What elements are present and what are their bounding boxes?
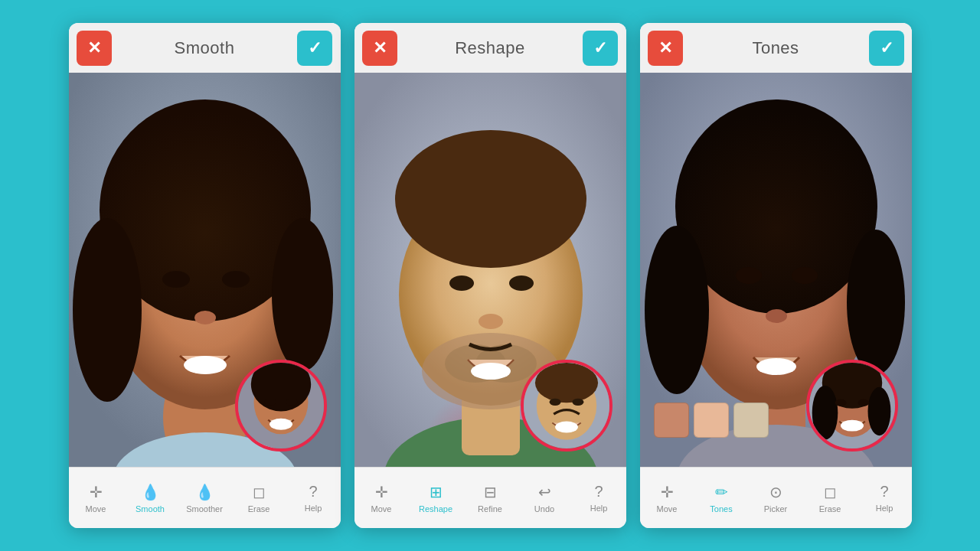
svg-point-30 [471,363,511,380]
smooth-icon: 💧 [141,483,160,501]
tones-icon: ✏ [715,483,728,501]
tool-help-label-3: Help [876,504,893,513]
smooth-panel-title: Smooth [175,38,235,58]
svg-point-17 [270,419,292,430]
reshape-toolbar: ✛ Move ⊞ Reshape ⊟ Refine ↩ Undo ? Help [354,467,626,528]
tones-thumbnail [806,360,898,452]
smooth-cancel-button[interactable]: ✕ [77,31,112,66]
svg-point-42 [847,230,905,375]
tool-help-3[interactable]: ? Help [863,483,906,513]
reshape-cancel-button[interactable]: ✕ [362,31,397,66]
tool-erase-3[interactable]: ◻ Erase [808,483,851,514]
swatch-medium[interactable] [694,403,729,438]
svg-point-28 [509,276,534,291]
tool-smoother-label: Smoother [186,504,223,514]
swatch-dark[interactable] [654,403,689,438]
svg-point-54 [858,399,869,406]
tool-move-3[interactable]: ✛ Move [645,483,688,514]
tool-tones-label: Tones [710,504,732,514]
tool-reshape[interactable]: ⊞ Reshape [414,483,457,514]
svg-point-23 [395,130,586,268]
svg-point-8 [222,271,250,288]
reshape-icon: ⊞ [430,483,443,501]
svg-point-44 [792,267,818,284]
tool-help-2[interactable]: ? Help [577,483,620,513]
svg-point-10 [184,356,227,374]
picker-icon: ⊙ [769,483,782,501]
tool-erase-label-3: Erase [819,504,841,514]
tone-swatches [654,403,769,438]
tool-undo-label: Undo [534,504,554,514]
tool-picker[interactable]: ⊙ Picker [754,483,797,514]
erase-icon-3: ◻ [824,483,837,501]
reshape-thumbnail [521,360,612,452]
tool-smooth[interactable]: 💧 Smooth [129,483,172,514]
svg-point-5 [73,218,142,402]
svg-point-33 [534,363,597,403]
help-icon-2: ? [594,483,603,500]
tool-move-label-2: Move [371,504,392,514]
svg-point-7 [162,271,190,288]
svg-point-35 [572,399,583,406]
tool-erase[interactable]: ◻ Erase [237,483,280,514]
smooth-thumbnail [235,360,327,452]
move-icon: ✛ [90,483,103,501]
svg-point-51 [812,386,838,440]
svg-point-27 [449,276,474,291]
tool-undo[interactable]: ↩ Undo [523,483,566,514]
svg-point-9 [194,311,216,324]
tones-cancel-button[interactable]: ✕ [648,31,683,66]
svg-point-6 [272,218,333,371]
tool-refine[interactable]: ⊟ Refine [469,483,511,514]
help-icon-3: ? [880,483,888,500]
tool-help[interactable]: ? Help [292,483,335,513]
reshape-panel-title: Reshape [455,38,525,58]
tool-move-2[interactable]: ✛ Move [360,483,403,514]
help-icon: ? [309,483,317,500]
reshape-panel-header: ✕ Reshape ✓ [354,23,626,73]
svg-point-36 [555,422,578,433]
tool-move[interactable]: ✛ Move [74,483,117,514]
tool-move-label: Move [86,504,106,514]
tool-reshape-label: Reshape [419,504,452,514]
tool-picker-label: Picker [764,504,788,514]
svg-point-16 [286,399,297,406]
tool-smoother[interactable]: 💧 Smoother [183,483,226,514]
svg-point-15 [264,399,276,406]
smoother-icon: 💧 [195,483,214,501]
undo-icon: ↩ [538,483,551,501]
svg-point-43 [736,267,762,284]
move-icon-3: ✛ [661,483,674,501]
refine-icon: ⊟ [484,483,497,501]
tool-tones[interactable]: ✏ Tones [700,483,743,514]
tool-smooth-label: Smooth [136,504,165,514]
erase-icon: ◻ [253,483,266,501]
tones-photo-area [640,73,912,467]
tones-confirm-button[interactable]: ✓ [869,31,904,66]
smooth-panel-header: ✕ Smooth ✓ [69,23,341,73]
tool-refine-label: Refine [478,504,502,514]
move-icon-2: ✛ [375,483,388,501]
svg-point-53 [835,399,846,406]
tones-toolbar: ✛ Move ✏ Tones ⊙ Picker ◻ Erase ? Help [640,467,912,528]
svg-point-41 [645,226,709,394]
reshape-confirm-button[interactable]: ✓ [583,31,618,66]
svg-point-45 [766,309,787,323]
swatch-light[interactable] [733,403,769,438]
tones-panel: ✕ Tones ✓ [640,23,912,528]
tones-panel-header: ✕ Tones ✓ [640,23,912,73]
smooth-toolbar: ✛ Move 💧 Smooth 💧 Smoother ◻ Erase ? Hel… [69,467,341,528]
svg-point-55 [841,420,864,432]
smooth-confirm-button[interactable]: ✓ [297,31,332,66]
smooth-panel: ✕ Smooth ✓ [69,23,341,528]
reshape-panel: ✕ Reshape ✓ [354,23,626,528]
svg-point-46 [756,358,796,375]
tool-help-label-2: Help [590,504,608,513]
svg-point-29 [479,314,503,329]
tones-panel-title: Tones [752,38,799,58]
svg-point-34 [549,399,560,406]
tool-move-label-3: Move [657,504,678,514]
tool-help-label: Help [305,504,322,513]
tool-erase-label: Erase [248,504,270,514]
reshape-photo-area [354,73,626,467]
